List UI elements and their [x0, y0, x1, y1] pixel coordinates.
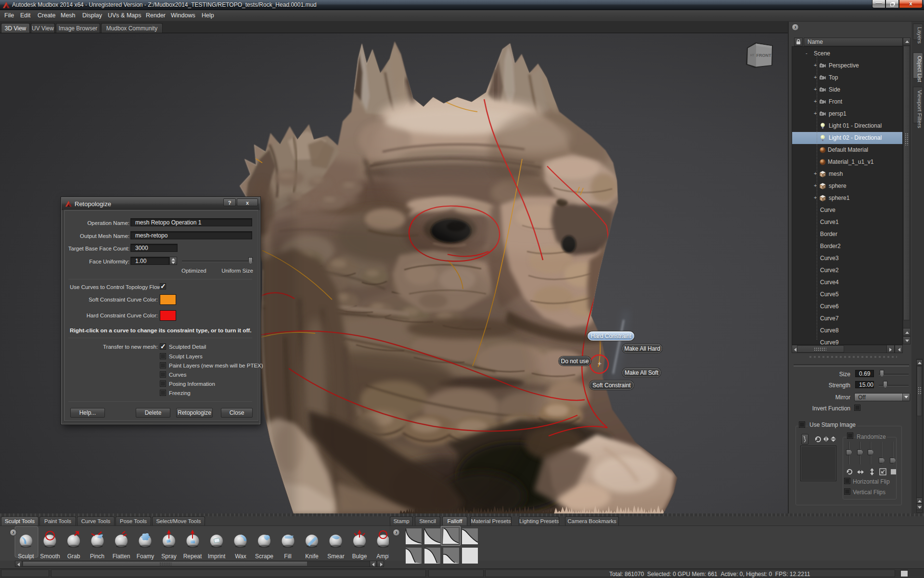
- svg-text:FRONT: FRONT: [757, 53, 771, 58]
- svg-text:HT: HT: [750, 53, 755, 57]
